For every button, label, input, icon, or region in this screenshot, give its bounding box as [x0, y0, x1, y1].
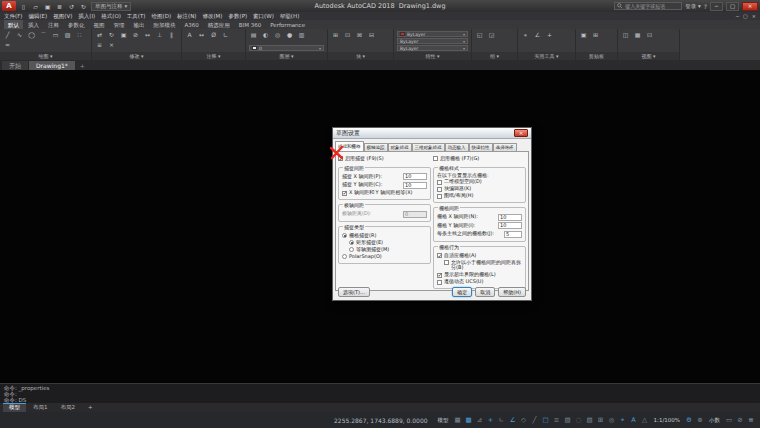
menu-item[interactable]: 工具(T) — [127, 12, 146, 20]
panel-label-annotation[interactable]: 注释 ▾ — [182, 52, 245, 60]
customization-icon[interactable]: ≣ — [746, 414, 756, 426]
ribbon-tab[interactable]: 管理 — [110, 20, 129, 29]
lineweight-icon[interactable]: ≡ — [552, 414, 562, 426]
units-button[interactable]: 小数 — [706, 414, 723, 426]
osnap-icon[interactable]: □ — [541, 414, 551, 426]
trim-icon[interactable]: ⊥ — [154, 30, 165, 39]
insert-block-icon[interactable]: ⊞ — [330, 30, 341, 39]
ok-button[interactable]: 确定 — [452, 287, 472, 297]
search-input[interactable]: 键入关键字或短语 — [614, 2, 682, 10]
ribbon-tab[interactable]: 附加模块 — [150, 20, 180, 29]
new-drawing-tab-button[interactable]: + — [76, 61, 89, 70]
model-space-button[interactable]: 模型 — [435, 414, 452, 426]
redo-icon[interactable]: ↻ — [78, 2, 89, 11]
ribbon-tab[interactable]: 默认 — [4, 20, 23, 29]
subdivision-checkbox[interactable]: 允许以小于栅格间距的间距再拆分(B) — [444, 260, 522, 271]
grid-view-icon[interactable]: ▦ — [632, 30, 643, 39]
edit-block-icon[interactable]: ⊠ — [354, 30, 365, 39]
layer-lock-icon[interactable]: ● — [284, 30, 295, 39]
ribbon-tab[interactable]: 参数化 — [64, 20, 89, 29]
snap-x-input[interactable]: 10 — [403, 173, 427, 180]
menu-item[interactable]: 窗口(W) — [253, 12, 274, 20]
layer-freeze-icon[interactable]: ◎ — [272, 30, 283, 39]
spline-icon[interactable]: ≈ — [2, 40, 13, 49]
selection-cycling-icon[interactable]: ◌ — [574, 414, 584, 426]
ribbon-tab[interactable]: BIM 360 — [235, 20, 265, 29]
panel-label-draw[interactable]: 绘图 ▾ — [0, 52, 91, 60]
dialog-tab[interactable]: 动态输入 — [445, 143, 469, 151]
explode-icon[interactable]: × — [106, 40, 117, 49]
layer-properties-icon[interactable]: ▤ — [248, 30, 259, 39]
quick-properties-icon[interactable]: ▭ — [724, 414, 734, 426]
dialog-tab[interactable]: 选择循环 — [493, 143, 517, 151]
lock-ui-icon[interactable]: ⊘ — [735, 414, 745, 426]
open-file-icon[interactable]: ▱ — [30, 2, 41, 11]
dialog-tab[interactable]: 三维对象捕捉 — [412, 143, 445, 151]
text-icon[interactable]: A — [184, 30, 195, 39]
selection-filter-icon[interactable]: ◎ — [607, 414, 617, 426]
point-icon[interactable]: ∷ — [74, 30, 85, 39]
new-file-icon[interactable]: ▯ — [18, 2, 29, 11]
doc-window-button[interactable]: × — [752, 12, 756, 20]
signin-button[interactable]: 登录 ▾ — [685, 3, 701, 10]
minimize-button[interactable]: ─ — [710, 2, 723, 11]
linear-dim-icon[interactable]: ↔ — [196, 30, 207, 39]
ribbon-tab[interactable]: 插入 — [24, 20, 43, 29]
dynamic-ucs-icon[interactable]: ⊞ — [596, 414, 606, 426]
dialog-close-button[interactable]: × — [514, 129, 528, 137]
close-button[interactable]: × — [742, 2, 758, 11]
annotation-visibility-icon[interactable]: A — [629, 414, 639, 426]
menu-item[interactable]: 帮助(H) — [280, 12, 299, 20]
equal-spacing-checkbox[interactable]: X 轴间距和 Y 轴间距相等(X) — [342, 190, 427, 196]
workspace-dropdown[interactable]: 草图与注释 ▾ — [91, 2, 131, 11]
annotation-monitor-icon[interactable]: ⊕ — [695, 414, 705, 426]
doc-window-button[interactable]: ─ — [736, 12, 739, 20]
erase-icon[interactable]: ⊘ — [130, 30, 141, 39]
mirror-icon[interactable]: ↔ — [142, 30, 153, 39]
snap-icon[interactable]: ▩ — [464, 414, 474, 426]
offset-icon[interactable]: ∥ — [166, 30, 177, 39]
dynamic-input-icon[interactable]: + — [486, 414, 496, 426]
isometric-icon[interactable]: ◇ — [519, 414, 529, 426]
circle-icon[interactable]: ◯ — [26, 30, 37, 39]
ungroup-icon[interactable]: ◲ — [486, 30, 497, 39]
enable-snap-checkbox[interactable]: 启用捕捉 (F9)(S) — [338, 156, 431, 162]
annotation-scale-button[interactable]: 1:1/100% — [651, 414, 683, 426]
rect-snap-radio[interactable]: 矩形捕捉(E) — [349, 240, 427, 246]
panel-label-modify[interactable]: 修改 ▾ — [92, 52, 181, 60]
file-tab-drawing1[interactable]: Drawing1* — [29, 61, 75, 70]
plot-icon[interactable]: ≣ — [54, 2, 65, 11]
menu-item[interactable]: 视图(V) — [53, 12, 72, 20]
undo-icon[interactable]: ↺ — [66, 2, 77, 11]
layout-tab[interactable]: 布局2 — [55, 403, 82, 412]
arc-icon[interactable]: ⌒ — [38, 30, 49, 39]
3d-osnap-icon[interactable]: ▧ — [585, 414, 595, 426]
grid-x-input[interactable]: 10 — [498, 214, 522, 221]
lineweight-dropdown[interactable]: ByLayer▾ — [397, 38, 468, 44]
ribbon-tab[interactable]: 注释 — [44, 20, 63, 29]
ortho-icon[interactable]: ∟ — [497, 414, 507, 426]
rotate-icon[interactable]: ↻ — [106, 30, 117, 39]
layout-tab[interactable]: + — [82, 403, 99, 412]
menu-item[interactable]: 修改(M) — [202, 12, 222, 20]
menu-item[interactable]: 编辑(E) — [28, 12, 47, 20]
help-icon[interactable]: ? — [704, 3, 707, 10]
linetype-dropdown[interactable]: ByLayer▾ — [397, 45, 468, 51]
object-color-dropdown[interactable]: ByLayer▾ — [397, 31, 468, 37]
panel-label-layers[interactable]: 图层 ▾ — [246, 52, 327, 60]
menu-item[interactable]: 绘图(D) — [152, 12, 172, 20]
hatch-icon[interactable]: ▨ — [62, 30, 73, 39]
viewport-icon[interactable]: ◫ — [620, 30, 631, 39]
layer-dropdown[interactable]: 0▾ — [249, 45, 324, 51]
copy-icon[interactable]: ▣ — [118, 30, 129, 39]
grid-sheet-checkbox[interactable]: 图纸/布局(H) — [437, 193, 522, 199]
snap-y-input[interactable]: 10 — [403, 182, 427, 189]
ribbon-tab[interactable]: 视图 — [90, 20, 109, 29]
polyline-icon[interactable]: ∿ — [14, 30, 25, 39]
angular-dim-icon[interactable]: ∟ — [220, 30, 231, 39]
panel-label-clipboard[interactable]: 剪贴板 — [576, 52, 617, 60]
menu-item[interactable]: 标注(N) — [177, 12, 196, 20]
move-icon[interactable]: ⇄ — [94, 30, 105, 39]
ribbon-tab[interactable]: 输出 — [130, 20, 149, 29]
panel-label-view[interactable]: 视图 ▾ — [618, 52, 679, 60]
